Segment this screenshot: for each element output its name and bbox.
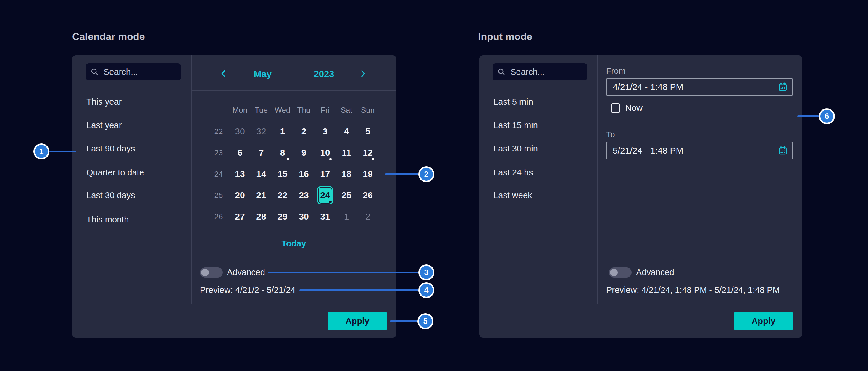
- day-cell[interactable]: 23: [293, 185, 314, 206]
- day-cell[interactable]: 13: [229, 163, 251, 185]
- page: Calendar mode This year Last year Last 9…: [0, 0, 868, 371]
- divider: [597, 55, 598, 304]
- day-cell[interactable]: 26: [357, 185, 378, 206]
- callout-6: 6: [819, 108, 835, 124]
- callout-line: [268, 272, 418, 273]
- advanced-toggle[interactable]: [609, 268, 631, 278]
- search-input[interactable]: [510, 67, 583, 77]
- sidebar-item-last-year[interactable]: Last year: [86, 119, 122, 131]
- search-field: [86, 63, 181, 81]
- from-input[interactable]: [607, 82, 777, 92]
- next-month-button[interactable]: [356, 67, 370, 81]
- prev-month-button[interactable]: [216, 67, 230, 81]
- callout-line: [390, 320, 417, 322]
- weekday-header: Sat: [336, 99, 357, 121]
- day-cell[interactable]: 16: [293, 163, 314, 185]
- day-cell[interactable]: 8: [272, 142, 293, 163]
- sidebar-item-last-30-days[interactable]: Last 30 days: [86, 189, 135, 201]
- weekday-header: Sun: [357, 99, 378, 121]
- day-cell[interactable]: 25: [336, 185, 357, 206]
- chevron-left-icon: [219, 69, 228, 78]
- day-cell[interactable]: 1: [272, 121, 293, 142]
- weekday-header: Wed: [272, 99, 293, 121]
- to-field: [606, 142, 793, 159]
- day-cell[interactable]: 6: [229, 142, 251, 163]
- sidebar-item-last-90-days[interactable]: Last 90 days: [86, 143, 135, 154]
- week-number: 24: [208, 163, 229, 185]
- search-icon: [91, 68, 99, 76]
- day-cell[interactable]: 7: [251, 142, 272, 163]
- apply-button[interactable]: Apply: [734, 312, 793, 331]
- day-cell[interactable]: 9: [293, 142, 314, 163]
- sidebar-item-last-5-min[interactable]: Last 5 min: [493, 96, 533, 108]
- calendar-icon[interactable]: [777, 145, 788, 156]
- day-cell[interactable]: 2: [357, 206, 378, 227]
- sidebar-item-last-15-min[interactable]: Last 15 min: [493, 119, 538, 131]
- callout-line: [50, 151, 76, 152]
- day-cell[interactable]: 3: [314, 121, 336, 142]
- from-label: From: [606, 66, 625, 76]
- day-cell[interactable]: 12: [357, 142, 378, 163]
- calendar-mode-title: Calendar mode: [72, 31, 145, 42]
- callout-line: [300, 289, 418, 291]
- day-cell[interactable]: 30: [293, 206, 314, 227]
- day-cell[interactable]: 22: [272, 185, 293, 206]
- day-cell[interactable]: 21: [251, 185, 272, 206]
- now-checkbox[interactable]: [611, 103, 620, 113]
- month-label[interactable]: May: [239, 69, 286, 80]
- day-cell[interactable]: 2: [293, 121, 314, 142]
- day-cell[interactable]: 4: [336, 121, 357, 142]
- today-button[interactable]: Today: [191, 239, 396, 249]
- callout-5: 5: [417, 313, 433, 329]
- advanced-toggle[interactable]: [200, 268, 223, 278]
- now-label: Now: [625, 102, 643, 114]
- apply-button[interactable]: Apply: [328, 312, 387, 331]
- search-input[interactable]: [103, 67, 176, 77]
- chevron-right-icon: [359, 69, 367, 78]
- day-cell[interactable]: 11: [336, 142, 357, 163]
- from-field: [606, 78, 793, 96]
- day-cell-selected[interactable]: 24: [314, 185, 336, 206]
- weekday-header: Thu: [293, 99, 314, 121]
- weekday-header: Fri: [314, 99, 336, 121]
- day-cell[interactable]: 15: [272, 163, 293, 185]
- weekday-header: Tue: [251, 99, 272, 121]
- weekday-header: Mon: [229, 99, 251, 121]
- divider: [191, 55, 192, 304]
- toggle-knob: [610, 269, 618, 276]
- day-cell[interactable]: 19: [357, 163, 378, 185]
- preview-text: Preview: 4/21/24, 1:48 PM - 5/21/24, 1:4…: [606, 284, 780, 296]
- day-cell[interactable]: 32: [251, 121, 272, 142]
- sidebar-item-last-24-hs[interactable]: Last 24 hs: [493, 166, 533, 178]
- day-cell[interactable]: 30: [229, 121, 251, 142]
- day-cell[interactable]: 10: [314, 142, 336, 163]
- sidebar-item-last-week[interactable]: Last week: [493, 189, 532, 201]
- day-cell[interactable]: 18: [336, 163, 357, 185]
- callout-line: [797, 115, 819, 117]
- advanced-label: Advanced: [227, 266, 265, 278]
- sidebar-item-quarter-to-date[interactable]: Quarter to date: [86, 166, 144, 178]
- callout-3: 3: [418, 265, 434, 280]
- day-cell[interactable]: 20: [229, 185, 251, 206]
- sidebar-item-last-30-min[interactable]: Last 30 min: [493, 143, 538, 154]
- year-label[interactable]: 2023: [300, 69, 348, 80]
- to-input[interactable]: [607, 145, 777, 156]
- calendar-panel: This year Last year Last 90 days Quarter…: [72, 55, 396, 338]
- sidebar-item-this-month[interactable]: This month: [86, 214, 129, 225]
- callout-4: 4: [418, 282, 434, 298]
- day-cell[interactable]: 28: [251, 206, 272, 227]
- day-cell[interactable]: 29: [272, 206, 293, 227]
- day-cell[interactable]: 1: [336, 206, 357, 227]
- day-cell[interactable]: 5: [357, 121, 378, 142]
- day-cell[interactable]: 14: [251, 163, 272, 185]
- calendar-icon[interactable]: [777, 82, 788, 92]
- day-cell[interactable]: 31: [314, 206, 336, 227]
- day-cell[interactable]: 27: [229, 206, 251, 227]
- day-cell[interactable]: 17: [314, 163, 336, 185]
- search-icon: [497, 68, 505, 76]
- grid-spacer: [208, 99, 229, 121]
- sidebar-item-this-year[interactable]: This year: [86, 96, 122, 108]
- search-field: [493, 63, 587, 81]
- callout-1: 1: [33, 144, 50, 159]
- input-panel: Last 5 min Last 15 min Last 30 min Last …: [479, 55, 802, 338]
